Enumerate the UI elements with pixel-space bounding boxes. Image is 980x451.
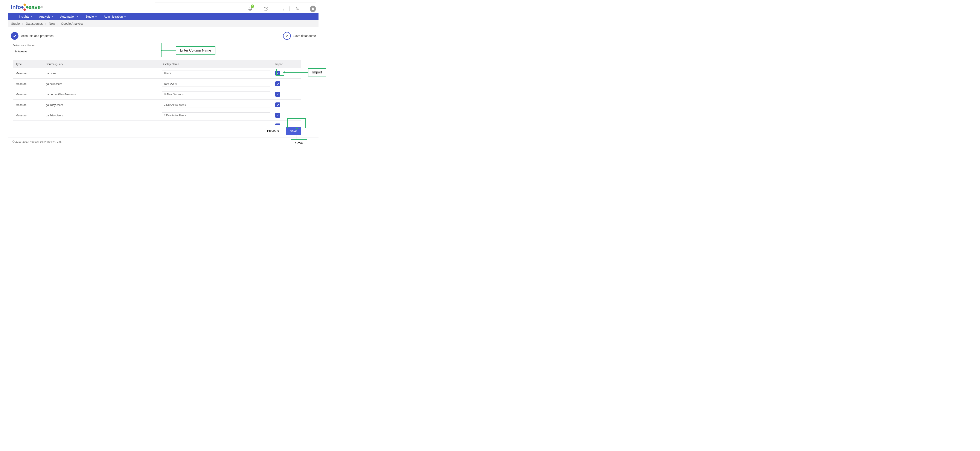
import-checkbox[interactable] (275, 71, 280, 76)
wizard-step-2: 2 Save datasource (283, 32, 316, 40)
cell-type: Measure (13, 122, 43, 125)
nav-item-automation[interactable]: Automation (60, 15, 78, 18)
main-nav: InsightsAnalysisAutomationStudioAdminist… (8, 13, 318, 20)
import-checkbox[interactable] (275, 113, 280, 118)
library-icon[interactable] (278, 6, 285, 12)
chevron-down-icon (51, 16, 53, 17)
logo-text-2: eave (29, 4, 41, 11)
cell-source-query: ga:7dayUsers (43, 112, 159, 119)
svg-point-4 (312, 8, 313, 9)
save-button[interactable]: Save (286, 127, 301, 135)
th-source-query: Source Query (43, 60, 159, 68)
svg-point-2 (296, 8, 298, 9)
top-icon-bar: 0 (155, 3, 316, 12)
logo-text-1: Info (11, 4, 21, 11)
callout-import: Import (308, 68, 326, 76)
import-checkbox[interactable] (275, 92, 280, 97)
table-row: Measurega:users (13, 68, 301, 79)
cell-type: Measure (13, 112, 43, 119)
breadcrumb-item[interactable]: Datasources (26, 22, 43, 25)
copyright-text: © 2013-2023 Noesys Software Pvt. Ltd. (13, 140, 62, 143)
breadcrumb-item[interactable]: Studio (11, 22, 20, 25)
callout-save: Save (291, 139, 307, 147)
datasource-name-group: Datasource Name * (11, 43, 162, 57)
th-type: Type (13, 60, 43, 68)
help-icon[interactable] (263, 6, 269, 12)
display-name-input[interactable] (162, 81, 270, 87)
svg-point-1 (266, 10, 266, 10)
cell-type: Measure (13, 101, 43, 109)
breadcrumb: Studio›Datasources›New›Google Analytics (8, 20, 318, 27)
column-table-body: Measurega:usersMeasurega:newUsersMeasure… (13, 68, 301, 125)
datasource-name-input[interactable] (13, 48, 159, 55)
wizard-step-1: Accounts and properties (11, 32, 54, 40)
nav-item-administration[interactable]: Administration (104, 15, 126, 18)
breadcrumb-item[interactable]: Google Analytics (61, 22, 83, 25)
wizard-step-1-label: Accounts and properties (21, 34, 54, 38)
cell-type: Measure (13, 91, 43, 98)
notifications-icon[interactable]: 0 (247, 6, 253, 12)
column-table-header: Type Source Query Display Name Import (13, 60, 301, 68)
chevron-down-icon (30, 16, 32, 17)
table-row: Measurega:14dayUsers (13, 121, 301, 125)
th-display-name: Display Name (159, 60, 273, 68)
chevron-right-icon: › (45, 22, 46, 25)
logo[interactable]: Info eave ® (11, 4, 43, 11)
cell-source-query: ga:1dayUsers (43, 101, 159, 109)
page-footer: © 2013-2023 Noesys Software Pvt. Ltd. ✳ (0, 137, 327, 152)
display-name-input[interactable] (162, 112, 270, 118)
cell-source-query: ga:14dayUsers (43, 122, 159, 125)
import-checkbox[interactable] (275, 124, 280, 125)
import-checkbox[interactable] (275, 81, 280, 86)
top-bar: Info eave ® 0 (0, 0, 327, 13)
user-avatar[interactable] (310, 6, 316, 12)
table-row: Measurega:1dayUsers (13, 100, 301, 110)
check-icon (11, 32, 19, 40)
chevron-down-icon (77, 16, 78, 17)
display-name-input[interactable] (162, 91, 270, 97)
display-name-input[interactable] (162, 70, 270, 76)
th-import: Import (273, 60, 301, 68)
table-row: Measurega:newUsers (13, 79, 301, 89)
cell-source-query: ga:users (43, 70, 159, 77)
nav-item-analysis[interactable]: Analysis (39, 15, 53, 18)
display-name-input[interactable] (162, 102, 270, 108)
display-name-input[interactable] (162, 123, 270, 125)
previous-button[interactable]: Previous (263, 127, 283, 135)
nav-item-studio[interactable]: Studio (85, 15, 97, 18)
chevron-right-icon: › (22, 22, 24, 25)
breadcrumb-item[interactable]: New (49, 22, 55, 25)
cell-type: Measure (13, 80, 43, 87)
wizard-connector (56, 36, 280, 36)
chevron-down-icon (95, 16, 97, 17)
chevron-right-icon: › (57, 22, 59, 25)
cell-type: Measure (13, 70, 43, 77)
table-row: Measurega:percentNewSessions (13, 89, 301, 100)
logo-trademark: ® (41, 6, 43, 8)
svg-point-3 (298, 9, 299, 10)
table-row: Measurega:7dayUsers (13, 110, 301, 121)
footer-buttons: Previous Save (11, 127, 301, 135)
wizard-step-2-label: Save datasource (293, 34, 316, 38)
datasource-name-label: Datasource Name * (13, 44, 159, 47)
cell-source-query: ga:newUsers (43, 80, 159, 87)
settings-icon[interactable] (294, 6, 300, 12)
chevron-down-icon (124, 16, 126, 17)
wizard-step-2-number: 2 (283, 32, 291, 40)
nav-item-insights[interactable]: Insights (19, 15, 32, 18)
callout-enter-column-name: Enter Column Name (176, 46, 215, 54)
wizard-steps: Accounts and properties 2 Save datasourc… (11, 32, 316, 40)
logo-glyph (21, 3, 29, 11)
notification-badge: 0 (251, 5, 254, 8)
import-checkbox[interactable] (275, 102, 280, 107)
cell-source-query: ga:percentNewSessions (43, 91, 159, 98)
